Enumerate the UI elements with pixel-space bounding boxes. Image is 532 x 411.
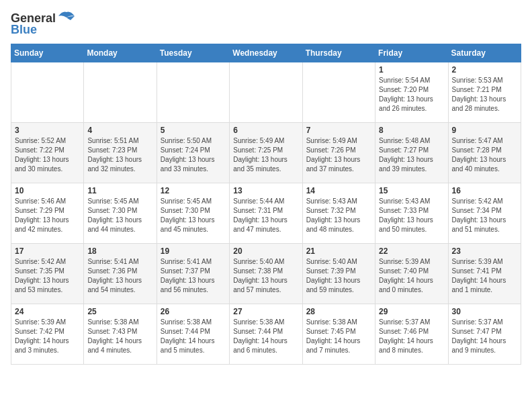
calendar-cell: 13Sunrise: 5:44 AM Sunset: 7:31 PM Dayli…: [230, 183, 302, 244]
calendar-cell: 16Sunrise: 5:42 AM Sunset: 7:34 PM Dayli…: [448, 183, 521, 244]
cell-info: Sunrise: 5:38 AM Sunset: 7:43 PM Dayligh…: [87, 318, 152, 355]
calendar-cell: [157, 62, 229, 123]
calendar-cell: 29Sunrise: 5:37 AM Sunset: 7:46 PM Dayli…: [375, 304, 448, 365]
day-header-friday: Friday: [375, 44, 448, 62]
day-header-monday: Monday: [84, 44, 157, 62]
calendar-cell: 1Sunrise: 5:54 AM Sunset: 7:20 PM Daylig…: [375, 62, 448, 123]
day-header-sunday: Sunday: [11, 44, 84, 62]
cell-info: Sunrise: 5:44 AM Sunset: 7:31 PM Dayligh…: [233, 197, 298, 234]
logo-blue: Blue: [11, 23, 37, 37]
calendar-cell: 9Sunrise: 5:47 AM Sunset: 7:28 PM Daylig…: [448, 123, 521, 183]
calendar-cell: 30Sunrise: 5:37 AM Sunset: 7:47 PM Dayli…: [448, 304, 521, 365]
day-number: 9: [452, 126, 517, 135]
day-number: 21: [306, 246, 371, 256]
cell-info: Sunrise: 5:45 AM Sunset: 7:30 PM Dayligh…: [87, 197, 152, 234]
cell-info: Sunrise: 5:47 AM Sunset: 7:28 PM Dayligh…: [452, 136, 517, 174]
calendar-cell: 15Sunrise: 5:43 AM Sunset: 7:33 PM Dayli…: [375, 183, 448, 244]
calendar-cell: 28Sunrise: 5:38 AM Sunset: 7:45 PM Dayli…: [302, 304, 375, 365]
calendar-cell: 12Sunrise: 5:45 AM Sunset: 7:30 PM Dayli…: [157, 183, 229, 244]
calendar-cell: 10Sunrise: 5:46 AM Sunset: 7:29 PM Dayli…: [11, 183, 84, 244]
cell-info: Sunrise: 5:46 AM Sunset: 7:29 PM Dayligh…: [15, 197, 80, 234]
day-number: 27: [233, 307, 298, 316]
day-number: 17: [15, 246, 80, 256]
cell-info: Sunrise: 5:43 AM Sunset: 7:33 PM Dayligh…: [379, 197, 444, 234]
cell-info: Sunrise: 5:48 AM Sunset: 7:27 PM Dayligh…: [379, 136, 444, 174]
calendar-cell: 5Sunrise: 5:50 AM Sunset: 7:24 PM Daylig…: [157, 123, 229, 183]
day-number: 6: [233, 126, 298, 135]
day-number: 2: [452, 65, 517, 75]
calendar-week-3: 10Sunrise: 5:46 AM Sunset: 7:29 PM Dayli…: [11, 183, 521, 244]
day-number: 1: [379, 65, 444, 75]
cell-info: Sunrise: 5:41 AM Sunset: 7:36 PM Dayligh…: [87, 257, 152, 295]
day-number: 11: [87, 186, 152, 195]
day-number: 26: [161, 307, 226, 316]
day-header-saturday: Saturday: [448, 44, 521, 62]
day-number: 16: [452, 186, 517, 195]
calendar-cell: 27Sunrise: 5:38 AM Sunset: 7:44 PM Dayli…: [230, 304, 302, 365]
day-header-thursday: Thursday: [302, 44, 375, 62]
day-number: 4: [87, 126, 152, 135]
calendar-header-row: SundayMondayTuesdayWednesdayThursdayFrid…: [11, 44, 521, 62]
calendar-cell: 19Sunrise: 5:41 AM Sunset: 7:37 PM Dayli…: [157, 244, 229, 304]
day-number: 7: [306, 126, 371, 135]
day-number: 5: [161, 126, 226, 135]
cell-info: Sunrise: 5:54 AM Sunset: 7:20 PM Dayligh…: [379, 76, 444, 113]
day-header-tuesday: Tuesday: [157, 44, 229, 62]
day-number: 8: [379, 126, 444, 135]
calendar-cell: 14Sunrise: 5:43 AM Sunset: 7:32 PM Dayli…: [302, 183, 375, 244]
calendar-cell: [230, 62, 302, 123]
logo-bird-icon: [57, 11, 76, 26]
day-number: 30: [452, 307, 517, 316]
calendar-cell: 8Sunrise: 5:48 AM Sunset: 7:27 PM Daylig…: [375, 123, 448, 183]
cell-info: Sunrise: 5:49 AM Sunset: 7:26 PM Dayligh…: [306, 136, 371, 174]
cell-info: Sunrise: 5:37 AM Sunset: 7:46 PM Dayligh…: [379, 318, 444, 355]
day-number: 12: [161, 186, 226, 195]
calendar-cell: [84, 62, 157, 123]
cell-info: Sunrise: 5:51 AM Sunset: 7:23 PM Dayligh…: [87, 136, 152, 174]
cell-info: Sunrise: 5:49 AM Sunset: 7:25 PM Dayligh…: [233, 136, 298, 174]
day-number: 29: [379, 307, 444, 316]
calendar-week-4: 17Sunrise: 5:42 AM Sunset: 7:35 PM Dayli…: [11, 244, 521, 304]
cell-info: Sunrise: 5:37 AM Sunset: 7:47 PM Dayligh…: [452, 318, 517, 355]
calendar-cell: 6Sunrise: 5:49 AM Sunset: 7:25 PM Daylig…: [230, 123, 302, 183]
cell-info: Sunrise: 5:38 AM Sunset: 7:45 PM Dayligh…: [306, 318, 371, 355]
calendar-cell: 11Sunrise: 5:45 AM Sunset: 7:30 PM Dayli…: [84, 183, 157, 244]
day-number: 25: [87, 307, 152, 316]
cell-info: Sunrise: 5:38 AM Sunset: 7:44 PM Dayligh…: [161, 318, 226, 355]
logo: General Blue: [11, 11, 76, 37]
day-number: 3: [15, 126, 80, 135]
day-number: 15: [379, 186, 444, 195]
cell-info: Sunrise: 5:43 AM Sunset: 7:32 PM Dayligh…: [306, 197, 371, 234]
day-header-wednesday: Wednesday: [230, 44, 302, 62]
cell-info: Sunrise: 5:39 AM Sunset: 7:42 PM Dayligh…: [15, 318, 80, 355]
calendar-cell: 4Sunrise: 5:51 AM Sunset: 7:23 PM Daylig…: [84, 123, 157, 183]
calendar-week-2: 3Sunrise: 5:52 AM Sunset: 7:22 PM Daylig…: [11, 123, 521, 183]
calendar-cell: 17Sunrise: 5:42 AM Sunset: 7:35 PM Dayli…: [11, 244, 84, 304]
calendar-cell: [302, 62, 375, 123]
calendar-week-1: 1Sunrise: 5:54 AM Sunset: 7:20 PM Daylig…: [11, 62, 521, 123]
day-number: 20: [233, 246, 298, 256]
calendar-cell: 25Sunrise: 5:38 AM Sunset: 7:43 PM Dayli…: [84, 304, 157, 365]
calendar-cell: 3Sunrise: 5:52 AM Sunset: 7:22 PM Daylig…: [11, 123, 84, 183]
cell-info: Sunrise: 5:40 AM Sunset: 7:38 PM Dayligh…: [233, 257, 298, 295]
day-number: 22: [379, 246, 444, 256]
calendar-cell: 26Sunrise: 5:38 AM Sunset: 7:44 PM Dayli…: [157, 304, 229, 365]
calendar-cell: 23Sunrise: 5:39 AM Sunset: 7:41 PM Dayli…: [448, 244, 521, 304]
calendar-cell: 24Sunrise: 5:39 AM Sunset: 7:42 PM Dayli…: [11, 304, 84, 365]
day-number: 18: [87, 246, 152, 256]
cell-info: Sunrise: 5:39 AM Sunset: 7:41 PM Dayligh…: [452, 257, 517, 295]
cell-info: Sunrise: 5:40 AM Sunset: 7:39 PM Dayligh…: [306, 257, 371, 295]
calendar-week-5: 24Sunrise: 5:39 AM Sunset: 7:42 PM Dayli…: [11, 304, 521, 365]
calendar: SundayMondayTuesdayWednesdayThursdayFrid…: [11, 44, 521, 365]
cell-info: Sunrise: 5:39 AM Sunset: 7:40 PM Dayligh…: [379, 257, 444, 295]
cell-info: Sunrise: 5:52 AM Sunset: 7:22 PM Dayligh…: [15, 136, 80, 174]
day-number: 24: [15, 307, 80, 316]
day-number: 28: [306, 307, 371, 316]
calendar-cell: 7Sunrise: 5:49 AM Sunset: 7:26 PM Daylig…: [302, 123, 375, 183]
cell-info: Sunrise: 5:41 AM Sunset: 7:37 PM Dayligh…: [161, 257, 226, 295]
calendar-cell: 22Sunrise: 5:39 AM Sunset: 7:40 PM Dayli…: [375, 244, 448, 304]
calendar-cell: 21Sunrise: 5:40 AM Sunset: 7:39 PM Dayli…: [302, 244, 375, 304]
cell-info: Sunrise: 5:42 AM Sunset: 7:34 PM Dayligh…: [452, 197, 517, 234]
logo-text: General Blue: [11, 11, 76, 37]
cell-info: Sunrise: 5:42 AM Sunset: 7:35 PM Dayligh…: [15, 257, 80, 295]
